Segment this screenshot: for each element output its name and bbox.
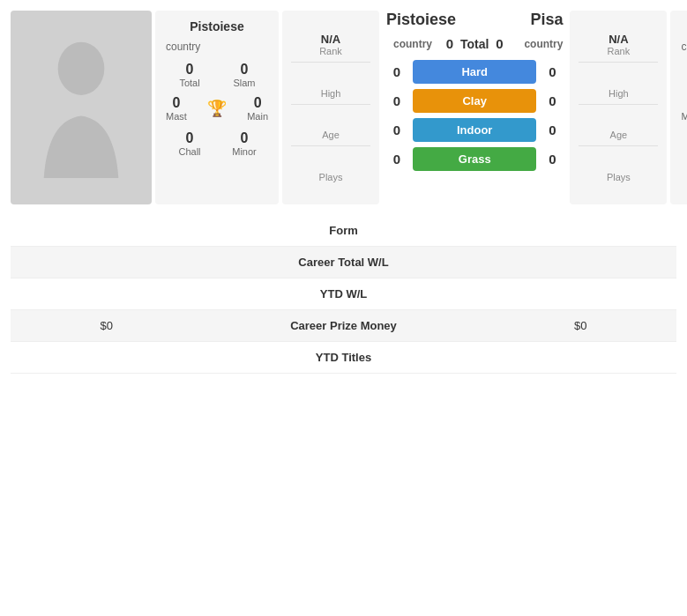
surface-row-grass: 0 Grass 0 — [386, 147, 563, 171]
ytd-titles-row: YTD Titles — [11, 342, 676, 374]
right-total-cell: 0 Total — [681, 62, 687, 88]
center-right-total: 0 — [489, 36, 510, 51]
right-rank-label: Rank — [579, 46, 658, 56]
hard-left-score: 0 — [386, 64, 407, 79]
left-player-name: Pistoiese — [166, 19, 268, 33]
indoor-button[interactable]: Indoor — [413, 118, 536, 142]
surface-row-clay: 0 Clay 0 — [386, 89, 563, 113]
clay-button[interactable]: Clay — [413, 89, 536, 113]
left-main-value: 0 — [247, 95, 268, 111]
left-total-label: Total — [166, 78, 213, 88]
left-rank-item: N/A Rank — [291, 27, 370, 63]
left-stats-grid: 0 Total 0 Slam — [166, 62, 268, 88]
svg-point-0 — [58, 42, 105, 95]
form-label: Form — [113, 224, 574, 237]
ytd-titles-label: YTD Titles — [113, 351, 574, 364]
main-container: Pistoiese country 0 Total 0 Slam 0 Mast — [0, 0, 687, 374]
left-slam-label: Slam — [220, 78, 268, 88]
form-row: Form — [11, 215, 676, 247]
left-chall-label: Chall — [166, 146, 213, 157]
career-prize-row: $0 Career Prize Money $0 — [11, 310, 676, 342]
center-country-row: country 0 Total 0 country — [386, 36, 563, 51]
left-total-cell: 0 Total — [166, 62, 213, 88]
comparison-section: Pistoiese country 0 Total 0 Slam 0 Mast — [0, 0, 687, 215]
career-total-label: Career Total W/L — [113, 256, 574, 269]
right-plays-label: Plays — [579, 172, 658, 182]
left-minor-value: 0 — [220, 130, 268, 146]
center-header: Pistoiese Pisa — [386, 11, 563, 29]
left-plays-item: Plays — [291, 167, 370, 188]
surface-row-hard: 0 Hard 0 — [386, 60, 563, 84]
left-mast-label: Mast — [166, 111, 187, 122]
grass-right-score: 0 — [541, 152, 563, 167]
left-country-label: country — [166, 41, 200, 53]
left-mast-cell: 0 Mast — [166, 95, 187, 122]
right-player-name: Pisa — [681, 19, 687, 33]
left-main-cell: 0 Main — [247, 95, 268, 122]
right-plays-item: Plays — [579, 167, 658, 188]
right-total-value: 0 — [681, 62, 687, 78]
right-chall-value: 0 — [681, 130, 687, 146]
left-chall-cell: 0 Chall — [166, 130, 213, 157]
right-chall-cell: 0 Chall — [681, 130, 687, 157]
bottom-stats: Form Career Total W/L YTD W/L $0 Career … — [0, 215, 687, 374]
right-high-label: High — [579, 88, 658, 99]
right-age-label: Age — [579, 130, 658, 140]
right-rank-value: N/A — [579, 33, 658, 46]
left-player-stats: Pistoiese country 0 Total 0 Slam 0 Mast — [155, 11, 279, 204]
left-minor-cell: 0 Minor — [220, 130, 268, 157]
left-age-item: Age — [291, 124, 370, 146]
left-player-info-card: N/A Rank High Age Plays — [282, 11, 379, 204]
hard-button[interactable]: Hard — [413, 60, 536, 84]
left-chall-value: 0 — [166, 130, 213, 146]
right-trophy-row: 0 Mast 🏆 0 Main — [681, 95, 687, 122]
left-player-photo — [11, 11, 152, 204]
right-rank-item: N/A Rank — [579, 27, 658, 63]
left-plays-label: Plays — [291, 172, 370, 182]
left-rank-value: N/A — [291, 33, 370, 46]
career-prize-right-value: $0 — [574, 319, 662, 332]
left-main-label: Main — [247, 111, 268, 122]
left-mast-value: 0 — [166, 95, 187, 111]
left-bottom-stats-grid: 0 Chall 0 Minor — [166, 130, 268, 157]
left-high-label: High — [291, 88, 370, 99]
center-right-country: country — [510, 38, 563, 50]
center-section: Pistoiese Pisa country 0 Total 0 country… — [383, 11, 566, 204]
surface-rows: 0 Hard 0 0 Clay 0 0 Indoor 0 0 Grass — [386, 60, 563, 171]
left-trophy-row: 0 Mast 🏆 0 Main — [166, 95, 268, 122]
left-player-title: Pistoiese — [386, 11, 456, 29]
clay-right-score: 0 — [541, 93, 563, 108]
right-country-label: country — [681, 41, 687, 53]
indoor-right-score: 0 — [541, 122, 563, 137]
right-player-stats: Pisa country 0 Total 0 Slam 0 Mast — [670, 11, 687, 204]
grass-button[interactable]: Grass — [413, 147, 536, 171]
left-total-value: 0 — [166, 62, 213, 78]
right-mast-value: 0 — [681, 95, 687, 111]
left-trophy-icon: 🏆 — [207, 99, 227, 118]
right-chall-label: Chall — [681, 146, 687, 157]
left-slam-cell: 0 Slam — [220, 62, 268, 88]
right-mast-cell: 0 Mast — [681, 95, 687, 122]
clay-left-score: 0 — [386, 93, 407, 108]
right-mast-label: Mast — [681, 111, 687, 122]
hard-right-score: 0 — [541, 64, 563, 79]
right-stats-grid: 0 Total 0 Slam — [681, 62, 687, 88]
career-total-row: Career Total W/L — [11, 247, 676, 278]
left-age-label: Age — [291, 130, 370, 140]
right-country-row: country — [681, 41, 687, 53]
career-prize-label: Career Prize Money — [113, 319, 574, 332]
indoor-left-score: 0 — [386, 122, 407, 137]
right-bottom-stats-grid: 0 Chall 0 Minor — [681, 130, 687, 157]
center-total-label: Total — [460, 37, 489, 51]
career-prize-left-value: $0 — [25, 319, 113, 332]
right-age-item: Age — [579, 124, 658, 146]
ytd-wl-row: YTD W/L — [11, 278, 676, 310]
left-minor-label: Minor — [220, 146, 268, 157]
left-player-silhouette — [33, 37, 130, 178]
right-high-item: High — [579, 83, 658, 105]
left-slam-value: 0 — [220, 62, 268, 78]
left-high-item: High — [291, 83, 370, 105]
surface-row-indoor: 0 Indoor 0 — [386, 118, 563, 142]
center-left-country: country — [386, 38, 439, 50]
right-total-label: Total — [681, 78, 687, 88]
